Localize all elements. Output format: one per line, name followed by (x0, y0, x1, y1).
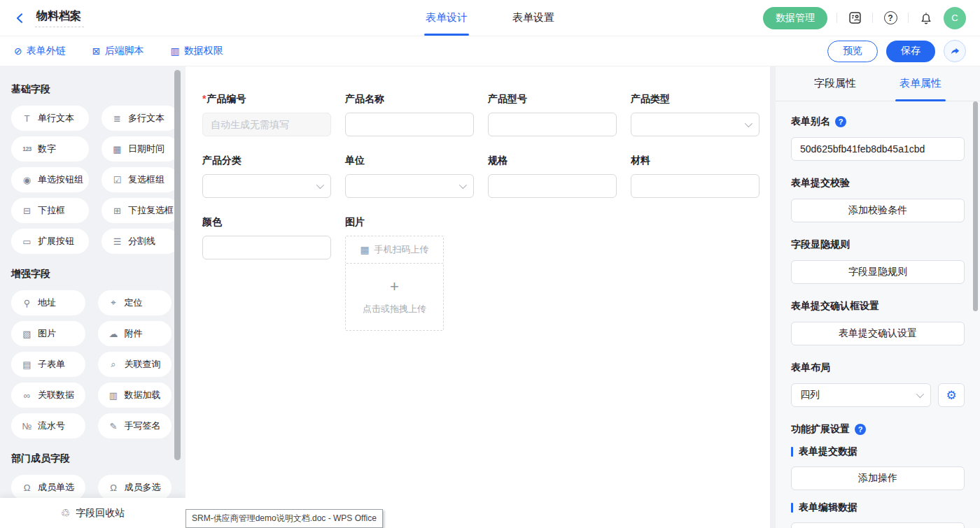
sidebar-item-multi-dropdown[interactable]: ⊞下拉复选框 (102, 198, 179, 223)
backend-script-icon: ⊠ (92, 45, 101, 57)
product-name-input[interactable] (345, 113, 474, 136)
prop-section-function-extension: 功能扩展设置? (791, 423, 965, 436)
toolbar-link-data-permission[interactable]: ▥数据权限 (170, 45, 223, 57)
field-visibility-rules-button[interactable]: 字段显隐规则 (791, 260, 965, 284)
form-layout-select[interactable]: 四列 (791, 383, 931, 407)
sidebar-item-single-line-text[interactable]: T单行文本 (11, 106, 89, 131)
form-submit-validation-button[interactable]: 添加校验条件 (791, 199, 965, 222)
product-type-select[interactable] (631, 113, 760, 136)
product-model-input[interactable] (488, 113, 617, 136)
sidebar-item-data-load[interactable]: ▥数据加载 (98, 383, 172, 408)
sidebar-item-attachment[interactable]: ☁附件 (98, 321, 172, 346)
sidebar-item-label: 数据加载 (125, 389, 161, 401)
share-button[interactable] (944, 40, 966, 62)
form-field-product-name[interactable]: 产品名称 (345, 93, 474, 136)
sidebar-item-number[interactable]: 123数字 (11, 136, 89, 162)
prop-label: 表单提交校验 (791, 177, 965, 190)
toolbar-link-label: 表单外链 (27, 45, 66, 57)
sidebar-item-dropdown[interactable]: ⊟下拉框 (11, 198, 89, 223)
manual-icon[interactable] (846, 10, 863, 27)
form-submit-data-button[interactable]: 添加操作 (791, 466, 965, 490)
share-arrow-icon (950, 46, 960, 57)
panel-scrollbar[interactable] (973, 101, 978, 311)
material-input[interactable] (631, 174, 760, 198)
tab-form-settings[interactable]: 表单设置 (512, 0, 554, 36)
help-icon[interactable]: ? (882, 10, 899, 27)
divider-line-icon: ☰ (112, 236, 122, 247)
prop-section-form-layout: 表单布局四列⚙ (791, 362, 965, 407)
sidebar-item-checkbox-group[interactable]: ☑复选框组 (102, 167, 179, 192)
prop-label: 字段显隐规则 (791, 238, 965, 251)
form-field-color[interactable]: 颜色 (202, 216, 331, 259)
form-canvas[interactable]: *产品编号产品名称产品型号产品类型产品分类单位规格材料颜色图片▦手机扫码上传+点… (186, 66, 770, 528)
sidebar-item-divider-line[interactable]: ☰分割线 (102, 229, 179, 254)
sidebar-item-linked-query[interactable]: ⌕关联查询 (98, 352, 172, 377)
sidebar-item-subform[interactable]: ▤子表单 (11, 352, 85, 377)
unit-select[interactable] (345, 174, 474, 198)
sidebar-item-serial-number[interactable]: №流水号 (11, 413, 85, 438)
form-field-product-code[interactable]: *产品编号 (202, 93, 331, 136)
sidebar-item-label: 成员单选 (38, 481, 74, 494)
spec-input[interactable] (488, 174, 617, 198)
layout-gear-button[interactable]: ⚙ (938, 383, 965, 407)
sidebar-item-locate[interactable]: ⌖定位 (98, 290, 172, 315)
preview-button[interactable]: 预览 (827, 41, 878, 62)
prop-label-text: 表单提交校验 (791, 177, 850, 190)
form-field-product-image[interactable]: 图片▦手机扫码上传+点击或拖拽上传 (345, 216, 474, 331)
section-title: 增强字段 (11, 268, 172, 280)
product-category-select[interactable] (202, 174, 331, 198)
prop-label-text: 表单提交数据 (799, 445, 858, 458)
save-button[interactable]: 保存 (886, 41, 935, 62)
scan-upload-button[interactable]: ▦手机扫码上传 (345, 236, 444, 264)
avatar[interactable]: C (944, 7, 966, 29)
form-alias-input[interactable] (791, 137, 965, 161)
data-manage-button[interactable]: 数据管理 (763, 7, 827, 29)
tab-form-design[interactable]: 表单设计 (426, 0, 468, 36)
product-code-input[interactable] (202, 113, 331, 136)
form-field-product-type[interactable]: 产品类型 (631, 93, 760, 136)
field-recycle-bin-button[interactable]: ♲ 字段回收站 (0, 498, 186, 528)
back-button[interactable] (14, 12, 27, 24)
form-field-product-category[interactable]: 产品分类 (202, 155, 331, 198)
notification-bell-icon[interactable] (918, 10, 934, 27)
sidebar-item-label: 图片 (38, 327, 56, 340)
tab-form-properties[interactable]: 表单属性 (899, 66, 941, 101)
prop-sub-label: 表单编辑数据 (791, 501, 965, 514)
chevron-down-icon (745, 120, 752, 127)
sidebar-item-datetime[interactable]: ▦日期时间 (102, 136, 179, 162)
sidebar-item-signature[interactable]: ✎手写签名 (98, 413, 172, 438)
toolbar-link-backend-script[interactable]: ⊠后端脚本 (92, 45, 144, 57)
app-root: 物料档案 表单设计 表单设置 数据管理 ? C ⊘表单外链⊠后端脚本▥数据权限 … (0, 0, 980, 528)
sidebar-item-radio-group[interactable]: ◉单选按钮组 (11, 167, 89, 192)
linked-data-icon: ∞ (22, 390, 32, 401)
form-field-material[interactable]: 材料 (631, 155, 760, 198)
image-drop-area[interactable]: +点击或拖拽上传 (345, 263, 444, 331)
sidebar-item-label: 下拉框 (38, 204, 65, 217)
sidebar-item-linked-data[interactable]: ∞关联数据 (11, 383, 85, 408)
sidebar-scrollbar[interactable] (174, 70, 181, 460)
sidebar-item-member-single[interactable]: Ω成员单选 (11, 475, 85, 500)
toolbar-link-form-external-link[interactable]: ⊘表单外链 (14, 45, 66, 57)
sidebar-item-member-multi[interactable]: Ω成员多选 (98, 475, 172, 500)
form-field-spec[interactable]: 规格 (488, 155, 617, 198)
sidebar-item-multi-line-text[interactable]: ≣多行文本 (102, 106, 179, 131)
form-field-product-model[interactable]: 产品型号 (488, 93, 617, 136)
sidebar-item-image[interactable]: ▧图片 (11, 321, 85, 346)
color-input[interactable] (202, 236, 331, 259)
form-field-unit[interactable]: 单位 (345, 155, 474, 198)
form-submit-confirm-button[interactable]: 表单提交确认设置 (791, 322, 965, 345)
tab-field-properties[interactable]: 字段属性 (814, 66, 856, 101)
sidebar-item-extend-button[interactable]: ▭扩展按钮 (11, 229, 89, 254)
properties-panel: 字段属性 表单属性 表单别名?表单提交校验添加校验条件字段显隐规则字段显隐规则表… (776, 66, 980, 528)
sidebar-item-address[interactable]: ⚲地址 (11, 290, 85, 315)
prop-section-form-edit-data: 表单编辑数据添加操作 (791, 501, 965, 528)
datetime-icon: ▦ (112, 144, 122, 155)
field-label: 材料 (631, 155, 760, 167)
form-edit-data-button[interactable]: 添加操作 (791, 522, 965, 528)
help-badge-icon[interactable]: ? (835, 116, 846, 127)
help-badge-icon[interactable]: ? (855, 424, 866, 435)
data-load-icon: ▥ (108, 390, 119, 401)
page-title[interactable]: 物料档案 (35, 9, 84, 27)
sidebar-item-label: 附件 (125, 327, 143, 340)
signature-icon: ✎ (108, 421, 119, 431)
